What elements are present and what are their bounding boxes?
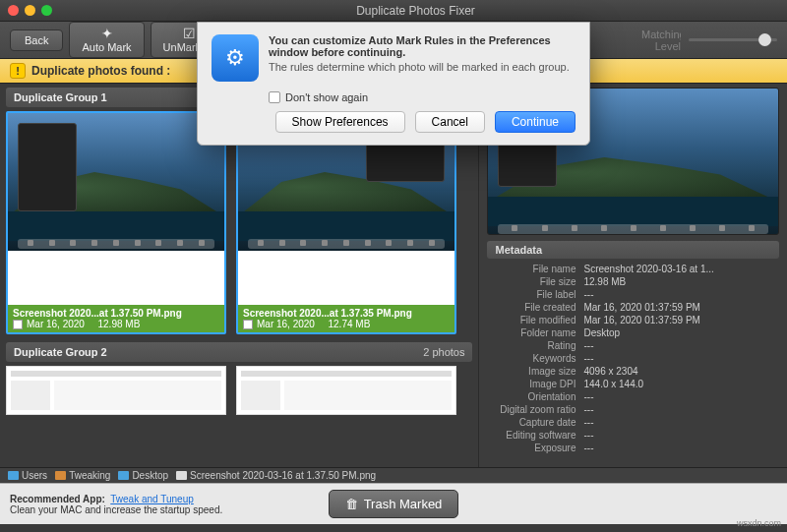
metadata-value: Mar 16, 2020 01:37:59 PM xyxy=(583,302,779,313)
metadata-key: File created xyxy=(487,302,583,313)
group-header-2[interactable]: Duplicate Group 2 2 photos xyxy=(6,342,472,362)
folder-icon xyxy=(8,471,19,480)
metadata-value: 4096 x 2304 xyxy=(583,366,779,377)
metadata-row: Capture date--- xyxy=(487,416,779,429)
close-icon[interactable] xyxy=(8,5,19,16)
minimize-icon[interactable] xyxy=(25,5,35,16)
metadata-value: --- xyxy=(583,391,779,402)
promo-desc: Clean your MAC and increase the startup … xyxy=(10,504,222,515)
continue-button[interactable]: Continue xyxy=(495,111,575,133)
dont-show-again[interactable]: Don't show again xyxy=(269,91,575,103)
promo-label: Recommended App: xyxy=(10,494,105,504)
metadata-row: File nameScreenshot 2020-03-16 at 1... xyxy=(487,263,779,275)
metadata-header: Metadata xyxy=(487,241,779,259)
app-icon: ⚙ xyxy=(212,34,259,82)
metadata-key: Digital zoom ratio xyxy=(487,404,583,415)
metadata-key: File label xyxy=(487,289,583,300)
metadata-row: File label--- xyxy=(487,288,779,301)
metadata-row: Digital zoom ratio--- xyxy=(487,403,779,416)
warning-icon: ! xyxy=(10,63,26,79)
metadata-value: --- xyxy=(583,417,779,428)
metadata-row: Exposure--- xyxy=(487,442,779,454)
titlebar: Duplicate Photos Fixer xyxy=(0,0,787,22)
metadata-table: File nameScreenshot 2020-03-16 at 1...Fi… xyxy=(487,263,779,454)
photo-card[interactable] xyxy=(236,366,456,415)
file-info: Screenshot 2020...at 1.37.35 PM.png Mar … xyxy=(238,305,454,332)
metadata-row: Image DPI144.0 x 144.0 xyxy=(487,378,779,390)
metadata-value: --- xyxy=(583,404,779,415)
metadata-value: --- xyxy=(583,430,779,441)
metadata-row: Editing software--- xyxy=(487,429,779,442)
metadata-row: Folder nameDesktop xyxy=(487,326,779,339)
metadata-value: 144.0 x 144.0 xyxy=(583,379,779,389)
window-controls xyxy=(8,5,52,16)
dialog-subtitle: The rules determine which photo will be … xyxy=(269,61,575,73)
metadata-value: Screenshot 2020-03-16 at 1... xyxy=(583,264,779,274)
metadata-key: Folder name xyxy=(487,327,583,338)
matching-level-label: Matching Level xyxy=(641,29,681,52)
metadata-row: Keywords--- xyxy=(487,352,779,365)
path-file[interactable]: Screenshot 2020-03-16 at 1.37.50 PM.png xyxy=(176,470,376,481)
metadata-key: File name xyxy=(487,264,583,274)
trash-marked-button[interactable]: 🗑 Trash Marked xyxy=(329,490,459,518)
metadata-key: Rating xyxy=(487,340,583,351)
wand-icon: ✦ xyxy=(101,27,113,40)
promo-link[interactable]: Tweak and Tuneup xyxy=(110,494,194,504)
metadata-value: --- xyxy=(583,340,779,351)
metadata-key: Image DPI xyxy=(487,379,583,389)
path-segment[interactable]: Tweaking xyxy=(55,470,110,481)
zoom-icon[interactable] xyxy=(41,5,52,16)
metadata-key: Exposure xyxy=(487,443,583,453)
back-button[interactable]: Back xyxy=(10,30,63,51)
metadata-key: File modified xyxy=(487,315,583,325)
duplicates-found-text: Duplicate photos found : xyxy=(31,64,170,78)
mark-checkbox[interactable] xyxy=(243,320,253,329)
automark-button[interactable]: ✦Auto Mark xyxy=(69,22,144,58)
folder-icon xyxy=(118,471,129,480)
checkbox-icon xyxy=(269,91,280,103)
photo-card[interactable] xyxy=(6,366,226,415)
metadata-value: Mar 16, 2020 01:37:59 PM xyxy=(583,315,779,325)
metadata-row: Rating--- xyxy=(487,339,779,352)
metadata-key: Keywords xyxy=(487,353,583,364)
metadata-value: --- xyxy=(583,443,779,453)
metadata-row: Image size4096 x 2304 xyxy=(487,365,779,378)
file-icon xyxy=(176,471,187,480)
metadata-row: File size12.98 MB xyxy=(487,275,779,288)
metadata-key: Capture date xyxy=(487,417,583,428)
photo-card[interactable]: Screenshot 2020...at 1.37.50 PM.png Mar … xyxy=(6,111,226,334)
cancel-button[interactable]: Cancel xyxy=(415,111,485,133)
metadata-row: Orientation--- xyxy=(487,390,779,403)
metadata-value: --- xyxy=(583,353,779,364)
path-segment[interactable]: Desktop xyxy=(118,470,168,481)
trash-icon: 🗑 xyxy=(345,497,358,511)
show-preferences-button[interactable]: Show Preferences xyxy=(275,111,405,133)
thumbnail xyxy=(8,113,224,251)
metadata-value: Desktop xyxy=(583,327,779,338)
metadata-key: Editing software xyxy=(487,430,583,441)
watermark: wsxdn.com xyxy=(737,518,781,528)
metadata-key: File size xyxy=(487,276,583,287)
metadata-row: File modifiedMar 16, 2020 01:37:59 PM xyxy=(487,314,779,326)
path-bar: Users Tweaking Desktop Screenshot 2020-0… xyxy=(0,467,787,483)
metadata-key: Image size xyxy=(487,366,583,377)
app-title: Duplicate Photos Fixer xyxy=(52,4,779,18)
folder-icon xyxy=(55,471,66,480)
matching-level-slider[interactable] xyxy=(689,38,777,41)
metadata-value: --- xyxy=(583,289,779,300)
promo-bar: Recommended App: Tweak and Tuneup Clean … xyxy=(0,483,787,524)
matching-level-control: Matching Level xyxy=(641,29,777,52)
file-info: Screenshot 2020...at 1.37.50 PM.png Mar … xyxy=(8,305,224,332)
checkbox-icon: ☑ xyxy=(183,27,196,40)
path-segment[interactable]: Users xyxy=(8,470,47,481)
metadata-value: 12.98 MB xyxy=(583,276,779,287)
automark-dialog: ⚙ You can customize Auto Mark Rules in t… xyxy=(197,22,590,146)
mark-checkbox[interactable] xyxy=(13,320,23,329)
metadata-row: File createdMar 16, 2020 01:37:59 PM xyxy=(487,301,779,314)
dialog-title: You can customize Auto Mark Rules in the… xyxy=(269,34,575,58)
metadata-key: Orientation xyxy=(487,391,583,402)
